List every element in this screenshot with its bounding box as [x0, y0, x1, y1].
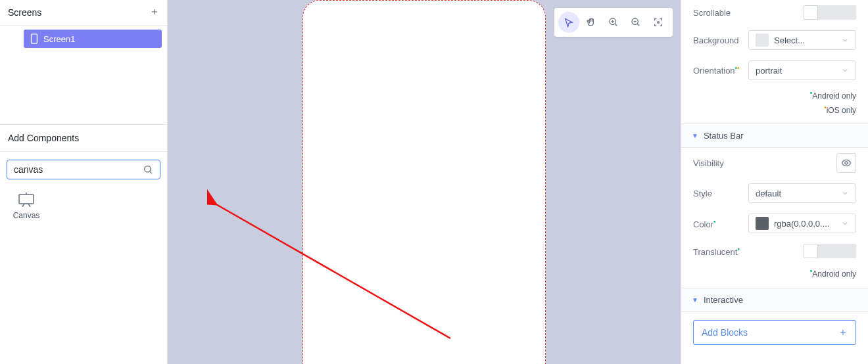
screen-item-label: Screen1	[43, 34, 75, 44]
left-sidebar: Screens Screen1 Add Components Canvas	[0, 0, 168, 364]
orientation-select[interactable]: portrait	[748, 60, 856, 80]
background-swatch	[756, 34, 769, 47]
add-components-header: Add Components	[0, 124, 167, 152]
canvas-area[interactable]	[168, 0, 681, 364]
zoom-in-icon	[608, 17, 619, 28]
zoom-out-button[interactable]	[625, 12, 646, 33]
screen-icon	[30, 34, 38, 44]
canvas-icon	[18, 193, 35, 207]
chevron-down-icon	[841, 219, 849, 227]
component-search-wrap	[0, 152, 167, 182]
visibility-button[interactable]	[836, 153, 856, 173]
platform-notes-2: •Android only	[681, 263, 868, 287]
style-select[interactable]: default	[748, 183, 856, 203]
style-value: default	[756, 189, 836, 198]
triangle-down-icon: ▼	[692, 132, 698, 139]
chevron-down-icon	[841, 66, 849, 74]
svg-rect-2	[32, 34, 37, 43]
hand-icon	[586, 17, 596, 28]
translucent-label: Translucent•	[693, 246, 740, 257]
svg-point-16	[658, 22, 660, 24]
add-blocks-button[interactable]: Add Blocks	[693, 320, 856, 345]
component-search-input[interactable]	[14, 164, 143, 175]
background-label: Background	[693, 35, 738, 45]
translucent-toggle[interactable]	[804, 244, 856, 258]
svg-point-18	[845, 162, 848, 164]
zoom-in-button[interactable]	[603, 12, 624, 33]
pointer-icon	[564, 17, 574, 28]
color-label: Color•	[693, 218, 716, 229]
orientation-value: portrait	[756, 66, 836, 76]
style-label: Style	[693, 189, 712, 198]
focus-icon	[653, 17, 663, 28]
fit-screen-button[interactable]	[648, 12, 669, 33]
eye-icon	[841, 158, 852, 168]
svg-point-3	[145, 166, 151, 172]
interactive-section-header[interactable]: ▼ Interactive	[681, 288, 868, 312]
screens-title: Screens	[8, 7, 41, 18]
color-select[interactable]: rgba(0,0,0,0....	[748, 214, 856, 233]
phone-frame[interactable]	[302, 0, 546, 364]
components-grid: Canvas	[0, 182, 167, 231]
hand-tool-button[interactable]	[581, 12, 602, 33]
background-value: Select...	[774, 35, 836, 45]
color-value: rgba(0,0,0,0....	[774, 219, 836, 229]
chevron-down-icon	[841, 36, 849, 44]
prop-background: Background Select...	[681, 25, 868, 55]
visibility-label: Visibility	[693, 158, 724, 168]
statusbar-title: Status Bar	[704, 131, 744, 141]
interactive-title: Interactive	[704, 295, 743, 305]
properties-panel: Scrollable Background Select... Orientat…	[681, 0, 868, 364]
zoom-out-icon	[631, 17, 641, 28]
add-blocks-label: Add Blocks	[702, 327, 748, 338]
chevron-down-icon	[841, 189, 849, 197]
prop-translucent: Translucent•	[681, 239, 868, 263]
screens-header: Screens	[0, 0, 167, 26]
component-canvas[interactable]: Canvas	[7, 190, 46, 223]
triangle-down-icon: ▼	[692, 296, 698, 304]
screens-list: Screen1	[0, 26, 167, 124]
screen-item[interactable]: Screen1	[24, 30, 162, 48]
search-icon	[143, 164, 153, 175]
pointer-tool-button[interactable]	[558, 12, 579, 33]
orientation-label: Orientation••	[693, 64, 740, 76]
canvas-toolbar	[554, 8, 673, 37]
component-canvas-label: Canvas	[13, 211, 40, 220]
scrollable-label: Scrollable	[693, 8, 731, 18]
statusbar-section-header[interactable]: ▼ Status Bar	[681, 124, 868, 148]
platform-notes: •Android only •iOS only	[681, 85, 868, 124]
prop-visibility: Visibility	[681, 148, 868, 178]
add-screen-button[interactable]	[150, 7, 159, 18]
svg-line-14	[637, 24, 639, 26]
svg-line-4	[150, 171, 152, 173]
background-select[interactable]: Select...	[748, 30, 856, 50]
prop-color: Color• rgba(0,0,0,0....	[681, 208, 868, 239]
scrollable-toggle[interactable]	[804, 5, 856, 20]
prop-scrollable: Scrollable	[681, 0, 868, 25]
prop-style: Style default	[681, 178, 868, 208]
color-swatch	[756, 217, 769, 230]
plus-icon	[838, 328, 848, 337]
prop-orientation: Orientation•• portrait	[681, 55, 868, 85]
svg-line-10	[615, 24, 617, 26]
component-search-box[interactable]	[7, 160, 160, 179]
svg-rect-5	[19, 194, 34, 204]
plus-icon	[150, 7, 159, 16]
